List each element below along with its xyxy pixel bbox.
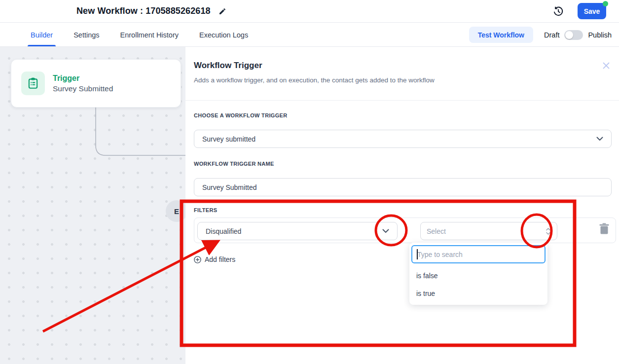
- end-node-label: E: [174, 207, 179, 216]
- dropdown-option-is-true[interactable]: is true: [409, 285, 547, 302]
- trigger-name-label: WORKFLOW TRIGGER NAME: [194, 161, 274, 167]
- unsaved-status-dot: [603, 1, 608, 6]
- tab-enrollment-history[interactable]: Enrollment History: [120, 23, 179, 46]
- save-button[interactable]: Save: [578, 3, 606, 19]
- operator-search-input[interactable]: [411, 245, 546, 263]
- trigger-card-texts: Trigger Survey Submitted: [53, 74, 113, 93]
- publish-toggle[interactable]: [564, 30, 583, 40]
- trigger-card-title: Trigger: [53, 74, 113, 83]
- tab-enrollment-history-label: Enrollment History: [120, 31, 179, 39]
- delete-filter-trash-icon[interactable]: [599, 223, 610, 235]
- chevron-up-down-icon: [546, 227, 551, 235]
- chevron-down-icon: [596, 137, 603, 141]
- top-header: New Workflow : 1705885262618 Save: [0, 0, 619, 23]
- filter-field-select[interactable]: Disqualified: [197, 222, 398, 240]
- dropdown-option-is-false[interactable]: is false: [409, 267, 547, 284]
- edit-title-pencil-icon[interactable]: [218, 7, 226, 15]
- panel-title: Workflow Trigger: [194, 61, 262, 71]
- workflow-trigger-select[interactable]: Survey submitted: [194, 130, 612, 148]
- tabbar-right-actions: Test Workflow Draft Publish: [469, 27, 619, 43]
- tab-execution-logs[interactable]: Execution Logs: [199, 23, 248, 46]
- workflow-trigger-select-value: Survey submitted: [202, 135, 255, 143]
- end-node[interactable]: E: [166, 200, 185, 222]
- publish-toggle-knob: [565, 31, 573, 39]
- tab-builder[interactable]: Builder: [31, 23, 53, 46]
- search-wrap: [411, 245, 546, 263]
- clipboard-icon: [27, 77, 39, 90]
- save-button-label: Save: [584, 7, 600, 15]
- tabs: Builder Settings Enrollment History Exec…: [31, 23, 248, 46]
- filter-operator-placeholder: Select: [427, 227, 446, 235]
- publish-label: Publish: [588, 31, 612, 39]
- tab-execution-logs-label: Execution Logs: [199, 31, 248, 39]
- workflow-trigger-name-input[interactable]: [194, 178, 612, 196]
- version-history-icon[interactable]: [553, 6, 564, 17]
- tab-settings-label: Settings: [73, 31, 99, 39]
- tab-builder-label: Builder: [31, 31, 53, 39]
- tab-settings[interactable]: Settings: [73, 23, 99, 46]
- filter-field-value: Disqualified: [206, 227, 241, 235]
- add-filters-button[interactable]: Add filters: [194, 255, 235, 263]
- trigger-icon-box: [21, 72, 45, 95]
- panel-subtitle: Adds a workflow trigger, and on executio…: [194, 76, 435, 84]
- filter-row-group: Disqualified Select: [194, 218, 616, 243]
- panel-divider: [185, 100, 619, 101]
- workflow-title: New Workflow : 1705885262618: [76, 6, 211, 16]
- add-filters-label: Add filters: [205, 255, 235, 263]
- filter-operator-select[interactable]: Select: [420, 222, 557, 240]
- plus-circle-icon: [194, 256, 201, 263]
- draft-label: Draft: [544, 31, 559, 39]
- close-panel-icon[interactable]: [602, 62, 610, 70]
- filters-label: FILTERS: [194, 207, 217, 213]
- operator-dropdown: is false is true: [409, 243, 547, 305]
- header-actions: Save: [553, 3, 619, 19]
- text-cursor: [417, 249, 418, 259]
- workflow-trigger-panel: Workflow Trigger Adds a workflow trigger…: [185, 47, 619, 364]
- chevron-down-icon: [382, 229, 389, 233]
- trigger-node-card[interactable]: Trigger Survey Submitted: [11, 59, 181, 108]
- test-workflow-button[interactable]: Test Workflow: [469, 27, 533, 43]
- publish-toggle-group: Draft Publish: [544, 30, 612, 40]
- workflow-tabbar: Builder Settings Enrollment History Exec…: [0, 23, 619, 47]
- trigger-card-subtitle: Survey Submitted: [53, 84, 113, 93]
- choose-trigger-label: CHOOSE A WORKFLOW TRIGGER: [194, 112, 288, 118]
- workflow-canvas[interactable]: E Trigger Survey Submitted: [0, 47, 185, 364]
